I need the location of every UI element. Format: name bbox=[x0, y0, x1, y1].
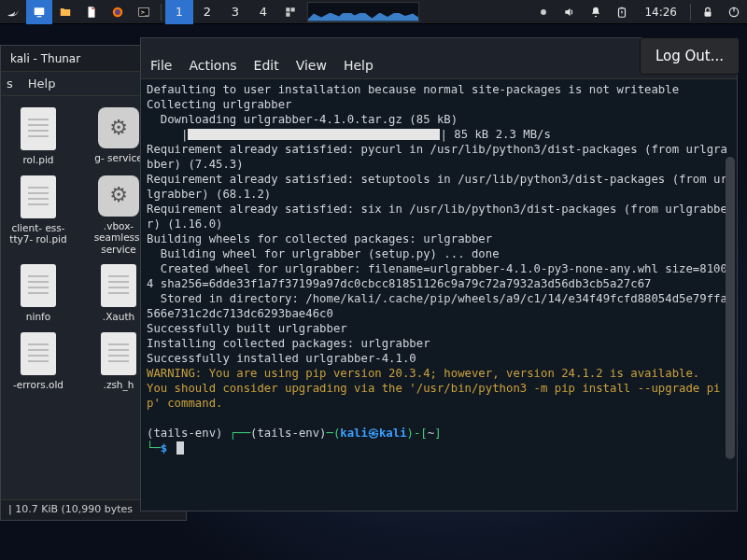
prompt-env: (tails-env) bbox=[147, 427, 230, 440]
panel-divider bbox=[161, 4, 162, 21]
clock[interactable]: 14:26 bbox=[635, 6, 686, 19]
file-label: rol.pid bbox=[22, 154, 53, 166]
svg-point-3 bbox=[115, 9, 120, 15]
menu-edit[interactable]: Edit bbox=[254, 58, 279, 73]
workspace-2[interactable]: 2 bbox=[193, 0, 221, 24]
svg-text:>_: >_ bbox=[141, 8, 148, 15]
recording-icon[interactable] bbox=[530, 0, 557, 24]
text-editor-icon[interactable] bbox=[78, 0, 105, 24]
progress-bar bbox=[188, 129, 440, 140]
cpu-graph[interactable] bbox=[307, 2, 419, 22]
document-icon bbox=[21, 107, 56, 150]
terminal-menubar: File Actions Edit View Help bbox=[141, 58, 383, 78]
term-line: Building wheels for collected packages: … bbox=[147, 232, 492, 245]
term-line: Building wheel for urlgrabber (setup.py)… bbox=[147, 247, 500, 260]
svg-rect-1 bbox=[37, 16, 42, 17]
file-item[interactable]: ninfo bbox=[7, 264, 70, 323]
term-line: Stored in directory: /home/kali/.cache/p… bbox=[147, 292, 727, 320]
workspace-4[interactable]: 4 bbox=[249, 0, 277, 24]
power-icon[interactable] bbox=[721, 0, 747, 24]
file-label: g- service bbox=[94, 152, 142, 164]
gear-icon: ⚙ bbox=[98, 107, 139, 148]
thunar-menu-help[interactable]: Help bbox=[28, 77, 56, 91]
terminal-scrollbar[interactable] bbox=[726, 157, 735, 458]
svg-rect-9 bbox=[705, 11, 712, 16]
svg-rect-11 bbox=[733, 7, 734, 11]
kali-menu-icon[interactable] bbox=[0, 0, 26, 24]
term-line: Created wheel for urlgrabber: filename=u… bbox=[147, 262, 727, 290]
term-line: Defaulting to user installation because … bbox=[147, 83, 679, 96]
panel-divider bbox=[690, 4, 691, 21]
prompt-box: └─ bbox=[147, 441, 161, 455]
file-item[interactable]: -errors.old bbox=[7, 332, 70, 391]
prompt-env2: (tails-env) bbox=[250, 427, 326, 440]
file-label: -errors.old bbox=[13, 379, 63, 391]
term-line: Collecting urlgrabber bbox=[147, 98, 291, 111]
svg-rect-0 bbox=[35, 7, 45, 15]
firefox-icon[interactable] bbox=[105, 0, 131, 24]
file-item[interactable]: rol.pid bbox=[7, 107, 70, 166]
battery-icon[interactable] bbox=[609, 0, 635, 24]
file-label: ninfo bbox=[26, 311, 50, 323]
volume-icon[interactable] bbox=[557, 0, 583, 24]
workspace-3[interactable]: 3 bbox=[221, 0, 249, 24]
term-line: Successfully built urlgrabber bbox=[147, 322, 347, 335]
document-icon bbox=[101, 264, 136, 307]
workspace-overview-icon[interactable] bbox=[277, 0, 303, 24]
workspace-1[interactable]: 1 bbox=[165, 0, 193, 24]
top-panel: >_ 1 2 3 4 14:26 bbox=[0, 0, 747, 24]
terminal-window[interactable]: File Actions Edit View Help Defaulting t… bbox=[140, 37, 738, 511]
prompt-dollar: $ bbox=[161, 441, 167, 455]
gear-icon: ⚙ bbox=[98, 175, 139, 217]
term-line: Requirement already satisfied: pycurl in… bbox=[147, 143, 727, 171]
prompt-box: ┌── bbox=[230, 427, 250, 440]
term-line: Downloading urlgrabber-4.1.0.tar.gz (85 … bbox=[147, 113, 458, 126]
menu-help[interactable]: Help bbox=[344, 58, 374, 73]
lock-icon[interactable] bbox=[695, 0, 721, 24]
file-manager-icon[interactable] bbox=[52, 0, 78, 24]
menu-actions[interactable]: Actions bbox=[189, 58, 236, 73]
document-icon bbox=[21, 332, 56, 375]
term-warning: You should consider upgrading via the '/… bbox=[147, 382, 720, 410]
file-item[interactable]: client- ess-tty7- rol.pid bbox=[7, 175, 70, 256]
term-warning: WARNING: You are using pip version 20.3.… bbox=[147, 367, 699, 380]
menu-file[interactable]: File bbox=[150, 58, 172, 73]
thunar-menu-item[interactable]: s bbox=[7, 77, 13, 91]
notifications-icon[interactable] bbox=[583, 0, 609, 24]
cursor bbox=[176, 441, 184, 455]
term-line: 85 kB 2.3 MB/s bbox=[447, 128, 551, 141]
term-line: Successfully installed urlgrabber-4.1.0 bbox=[147, 352, 416, 365]
document-icon bbox=[101, 332, 136, 375]
document-icon bbox=[21, 264, 56, 307]
prompt-userhost: kali㉿kali bbox=[340, 427, 406, 440]
term-line: Installing collected packages: urlgrabbe… bbox=[147, 337, 430, 350]
svg-point-6 bbox=[541, 9, 546, 15]
term-line: Requirement already satisfied: six in /u… bbox=[147, 203, 727, 231]
taskbar-app-desktop[interactable] bbox=[26, 0, 52, 24]
term-line: Requirement already satisfied: setuptool… bbox=[147, 173, 727, 201]
document-icon bbox=[21, 175, 56, 218]
thunar-title: kali - Thunar bbox=[10, 52, 80, 65]
svg-rect-8 bbox=[621, 7, 623, 7]
logout-button[interactable]: Log Out... bbox=[640, 37, 740, 75]
terminal-output[interactable]: Defaulting to user installation because … bbox=[141, 79, 737, 511]
file-label: .zsh_h bbox=[104, 379, 134, 391]
file-label: client- ess-tty7- rol.pid bbox=[7, 222, 70, 245]
file-label: .Xauth bbox=[103, 311, 134, 323]
menu-view[interactable]: View bbox=[296, 58, 327, 73]
terminal-launcher-icon[interactable]: >_ bbox=[131, 0, 157, 24]
